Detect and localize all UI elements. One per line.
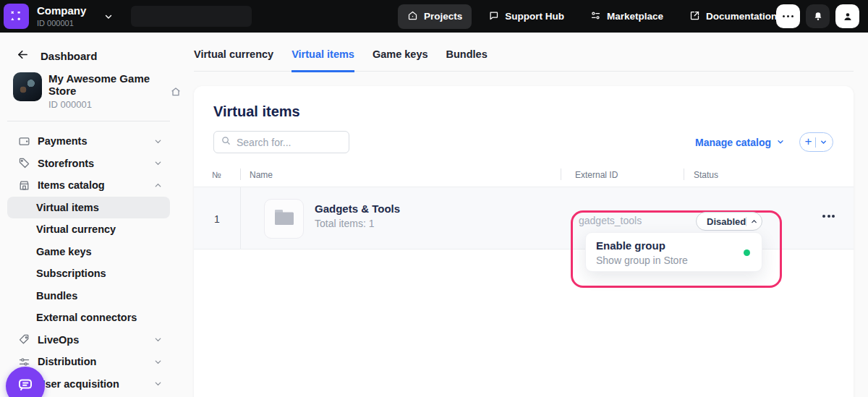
chevron-down-icon[interactable]	[103, 12, 114, 22]
column-header-external-id: External ID	[575, 170, 618, 180]
nav-marketplace[interactable]: Marketplace	[581, 4, 673, 29]
catalog-tabs: Virtual currency Virtual items Game keys…	[194, 33, 854, 72]
column-divider	[561, 168, 561, 180]
external-link-icon	[689, 10, 700, 23]
row-number: 1	[214, 213, 220, 225]
chevron-up-icon	[153, 181, 163, 190]
column-divider	[684, 168, 684, 180]
bell-icon[interactable]	[806, 4, 830, 28]
project-meta: My Awesome Game Store ID 000001	[48, 72, 153, 110]
manage-catalog-dropdown[interactable]: Manage catalog	[695, 137, 785, 148]
nav-documentation[interactable]: Documentation	[680, 4, 786, 29]
topbar-search-area[interactable]	[131, 6, 252, 27]
nav-support-hub-label: Support Hub	[505, 11, 564, 22]
external-id-value[interactable]: gadgets_tools	[579, 215, 642, 226]
home-icon	[170, 86, 182, 98]
sidebar-item-storefronts[interactable]: Storefronts	[7, 153, 170, 175]
company-selector[interactable]: Company ID 000001	[37, 5, 86, 27]
folder-icon	[273, 208, 296, 230]
marketplace-icon	[590, 10, 601, 23]
status-dropdown-button[interactable]: Disabled	[696, 212, 762, 231]
nav-projects-label: Projects	[424, 11, 462, 22]
xsolla-logo-icon[interactable]	[4, 4, 29, 29]
sidebar-item-subscriptions[interactable]: Subscriptions	[7, 262, 170, 285]
sidebar-menu: Payments Storefronts Items catalog	[0, 130, 194, 395]
nav-projects[interactable]: Projects	[398, 4, 472, 29]
sidebar-subitem-label: Bundles	[36, 290, 77, 302]
group-name: Gadgets & Tools	[315, 202, 400, 215]
sidebar-item-label: Payments	[38, 135, 153, 147]
chat-widget-icon	[15, 375, 35, 397]
home-icon	[407, 10, 418, 23]
chevron-down-icon	[776, 137, 785, 148]
sidebar-item-payments[interactable]: Payments	[7, 130, 170, 153]
tab-game-keys[interactable]: Game keys	[373, 48, 428, 72]
column-header-status: Status	[694, 170, 718, 180]
chevron-down-icon	[153, 137, 163, 146]
sidebar-item-label: LiveOps	[38, 334, 153, 346]
nav-documentation-label: Documentation	[706, 11, 777, 22]
button-divider	[815, 137, 816, 148]
user-icon[interactable]	[835, 4, 859, 28]
project-id: ID 000001	[48, 99, 153, 110]
project-name: My Awesome Game Store	[48, 72, 153, 97]
search-input[interactable]	[237, 137, 342, 148]
sidebar-subitem-label: Subscriptions	[36, 268, 106, 279]
sidebar-item-liveops[interactable]: LiveOps	[7, 329, 170, 351]
add-item-button[interactable]: +	[799, 132, 833, 152]
sidebar-item-label: Distribution	[38, 356, 153, 367]
sidebar-item-game-keys[interactable]: Game keys	[7, 241, 170, 263]
topbar-actions	[776, 4, 859, 28]
manage-catalog-label: Manage catalog	[695, 137, 771, 148]
group-name-cell: Gadgets & Tools Total items: 1	[315, 202, 400, 229]
sidebar-item-label: Items catalog	[38, 179, 153, 191]
top-navigation: Projects Support Hub Marketplace Documen…	[398, 0, 786, 33]
search-field[interactable]	[213, 131, 349, 153]
group-total-items: Total items: 1	[315, 218, 400, 229]
menu-item-enable-group[interactable]: Enable group	[596, 239, 665, 252]
chat-bubble-icon	[488, 10, 499, 23]
chevron-down-icon	[153, 379, 163, 388]
sidebar-subitem-label: Virtual currency	[36, 223, 116, 235]
search-icon	[221, 135, 231, 149]
status-badge: Disabled	[707, 216, 746, 227]
liveops-icon	[18, 333, 31, 346]
tab-virtual-currency[interactable]: Virtual currency	[194, 48, 273, 72]
group-thumbnail	[264, 199, 304, 239]
publisher-dashboard: Company ID 000001 Projects Support Hub	[0, 0, 868, 397]
sidebar-item-items-catalog[interactable]: Items catalog	[7, 174, 170, 197]
nav-support-hub[interactable]: Support Hub	[479, 4, 574, 29]
page-title: Virtual items	[213, 103, 300, 120]
sidebar-item-label: Storefronts	[38, 158, 153, 169]
card-actions: Manage catalog +	[695, 132, 833, 152]
project-card[interactable]: My Awesome Game Store ID 000001	[13, 72, 150, 110]
sidebar-subitem-label: External connectors	[36, 312, 137, 323]
tag-icon	[18, 157, 31, 169]
sidebar-divider	[7, 121, 170, 121]
sidebar: Dashboard My Awesome Game Store ID 00000…	[0, 33, 194, 397]
company-name: Company	[37, 5, 86, 17]
sidebar-item-external-connectors[interactable]: External connectors	[7, 307, 170, 329]
company-id: ID 000001	[37, 19, 86, 27]
sidebar-subitem-label: Virtual items	[36, 202, 99, 213]
nav-marketplace-label: Marketplace	[607, 11, 663, 22]
wallet-icon	[18, 135, 31, 148]
chevron-down-icon	[153, 357, 163, 367]
sidebar-subitem-label: Game keys	[36, 246, 92, 257]
row-more-actions-button[interactable]	[822, 215, 835, 218]
tab-bundles[interactable]: Bundles	[446, 48, 488, 72]
sidebar-item-bundles[interactable]: Bundles	[7, 285, 170, 307]
back-to-dashboard[interactable]: Dashboard	[16, 48, 194, 64]
sidebar-item-label: User acquisition	[38, 378, 153, 390]
virtual-items-card: Virtual items Manage catalog +	[194, 86, 854, 397]
column-divider	[240, 168, 241, 180]
column-header-number: №	[212, 170, 221, 180]
chevron-down-icon	[153, 158, 163, 168]
sidebar-item-virtual-currency[interactable]: Virtual currency	[7, 218, 170, 241]
sidebar-item-virtual-items[interactable]: Virtual items	[7, 197, 170, 219]
column-header-name: Name	[250, 170, 273, 180]
status-dropdown-menu: Enable group Show group in Store	[585, 232, 762, 272]
more-dots-icon[interactable]	[776, 4, 800, 28]
tab-virtual-items[interactable]: Virtual items	[292, 48, 354, 72]
enabled-status-dot	[744, 249, 750, 256]
